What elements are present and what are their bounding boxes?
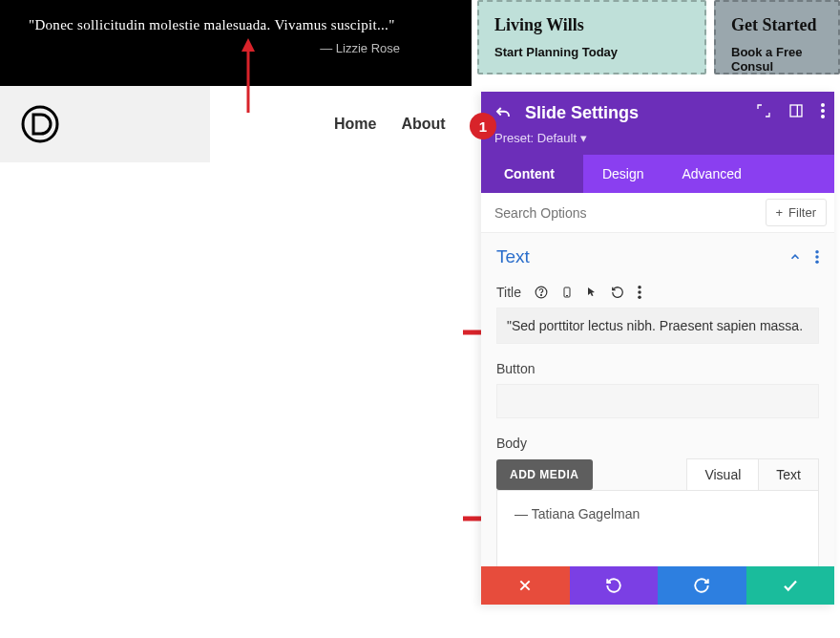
svg-point-14 [815,261,819,265]
title-input[interactable]: "Sed porttitor lectus nibh. Praesent sap… [496,308,819,344]
svg-point-13 [815,255,819,259]
hover-cursor-icon[interactable] [586,286,598,299]
divi-logo-icon [21,105,59,143]
testimonial-author: — Lizzie Rose [29,41,443,55]
testimonial-quote: "Donec sollicitudin molestie malesuada. … [29,17,443,33]
editor-tab-text[interactable]: Text [759,458,819,490]
svg-point-19 [638,286,641,289]
promo-card-get-started[interactable]: Get Started Book a Free Consul [714,0,840,74]
button-input[interactable] [496,384,819,418]
reset-icon[interactable] [611,286,624,299]
card-title: Living Wills [494,15,689,35]
panel-title: Slide Settings [525,103,639,123]
slide-settings-panel: Slide Settings Preset: Default ▾ Content… [481,92,834,605]
preset-selector[interactable]: Preset: Default ▾ [494,131,821,145]
logo[interactable] [0,86,210,162]
add-media-button[interactable]: ADD MEDIA [496,459,593,490]
tab-design[interactable]: Design [583,155,663,193]
button-field-label: Button [496,361,535,376]
panel-footer-actions [481,566,834,605]
filter-button[interactable]: + Filter [766,199,827,226]
undo-button[interactable] [570,566,659,605]
tab-advanced[interactable]: Advanced [662,155,760,193]
svg-point-21 [638,296,641,300]
svg-point-20 [638,290,641,294]
testimonial-slide: "Donec sollicitudin molestie malesuada. … [0,0,472,86]
search-input[interactable] [481,194,758,232]
section-kebab-icon[interactable] [815,250,819,264]
section-text-toggle[interactable]: Text [496,246,530,267]
save-button[interactable] [746,566,835,605]
svg-point-10 [821,109,825,113]
responsive-icon[interactable] [561,285,573,300]
svg-point-9 [821,103,825,107]
collapse-chevron-icon[interactable] [788,250,802,264]
svg-point-0 [23,107,57,141]
editor-tab-visual[interactable]: Visual [686,458,759,490]
field-kebab-icon[interactable] [638,286,641,299]
dock-icon[interactable] [788,103,804,118]
discard-button[interactable] [481,566,570,605]
svg-rect-7 [790,105,802,117]
nav-link-about[interactable]: About [401,116,445,133]
svg-point-11 [821,115,825,118]
svg-point-16 [540,294,541,295]
panel-header: Slide Settings Preset: Default ▾ [481,92,834,155]
card-title: Get Started [731,15,823,35]
step-badge-1: 1 [470,113,496,139]
undo-back-icon[interactable] [494,105,512,122]
tab-content[interactable]: Content [481,155,583,193]
card-subtitle: Book a Free Consul [731,45,823,74]
promo-card-living-wills[interactable]: Living Wills Start Planning Today [477,0,706,74]
expand-icon[interactable] [756,103,771,118]
help-icon[interactable] [535,286,548,299]
redo-button[interactable] [658,566,746,605]
title-field-label: Title [496,285,521,300]
kebab-menu-icon[interactable] [821,103,825,118]
panel-tabs: Content Design Advanced [481,155,834,193]
plus-icon: + [776,205,784,220]
body-field-label: Body [496,436,527,451]
card-subtitle: Start Planning Today [494,45,689,59]
nav-link-home[interactable]: Home [334,116,376,133]
svg-point-12 [815,250,819,254]
chevron-down-icon: ▾ [580,131,587,145]
